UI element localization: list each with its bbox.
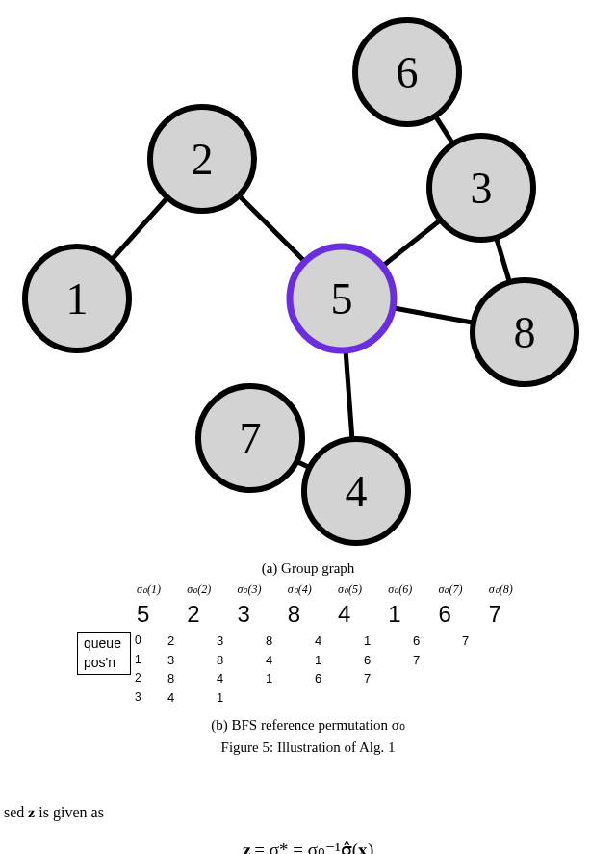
queue-label-line1: queue [84,634,124,654]
bfs-table: σ₀(1)σ₀(2)σ₀(3)σ₀(4)σ₀(5)σ₀(6)σ₀(7)σ₀(8)… [0,582,616,707]
figure-caption: Figure 5: Illustration of Alg. 1 [0,739,616,756]
queue-cell [490,632,539,651]
queue-cell [294,688,343,708]
queue-cell: 4 [294,632,343,651]
queue-row-index: 0 [135,632,146,651]
graph-node-label-8: 8 [514,308,536,357]
sigma-header-3: σ₀(3) [238,582,288,597]
queue-cell: 6 [294,669,343,688]
queue-cell: 6 [343,651,392,670]
queue-cell [441,669,490,688]
queue-cell: 3 [195,632,244,651]
queue-cell: 1 [294,651,343,670]
group-graph: 12345678 [0,0,616,558]
sigma-value-4: 8 [288,601,338,628]
body-text-snippet: sed 𝐳 is given as [0,804,616,821]
formula: 𝐳 = σ* = σ₀⁻¹σ̂(𝐱) [0,839,616,854]
caption-b: (b) BFS reference permutation σ₀ [0,716,616,734]
sigma-header-6: σ₀(6) [388,582,438,597]
queue-label-box: queue pos'n [77,632,131,675]
queue-cell: 7 [343,669,392,688]
queue-cell: 8 [244,632,294,651]
queue-row: 341 [135,688,539,708]
edge [382,220,440,267]
queue-cell [490,688,539,708]
queue-cell: 8 [146,669,195,688]
sigma-header-row: σ₀(1)σ₀(2)σ₀(3)σ₀(4)σ₀(5)σ₀(6)σ₀(7)σ₀(8) [137,582,539,597]
graph-node-label-7: 7 [240,414,262,463]
queue-cell [392,669,441,688]
sigma-value-row: 52384167 [137,601,539,628]
queue-cell: 4 [146,688,195,708]
queue-cell: 7 [441,632,490,651]
sigma-value-3: 3 [238,601,288,628]
queue-row: 02384167 [135,632,539,651]
sigma-header-8: σ₀(8) [489,582,539,597]
edge [435,116,453,143]
queue-cell [441,688,490,708]
sigma-value-8: 7 [489,601,539,628]
queue-cell [490,669,539,688]
queue-cell: 1 [195,688,244,708]
queue-cell: 2 [146,632,195,651]
queue-cell: 3 [146,651,195,670]
queue-cell: 6 [392,632,441,651]
queue-cell: 4 [244,651,294,670]
queue-cell: 7 [392,651,441,670]
queue-cell [343,688,392,708]
queue-section: queue pos'n 023841671384167284167341 [77,632,539,707]
edge [393,308,474,323]
graph-node-label-5: 5 [331,274,353,323]
caption-a: (a) Group graph [0,560,616,577]
edge [112,197,167,260]
graph-node-label-2: 2 [192,135,214,184]
queue-cell: 1 [343,632,392,651]
queue-row: 284167 [135,669,539,688]
queue-cell [490,651,539,670]
graph-node-label-4: 4 [346,467,368,516]
queue-row-index: 2 [135,669,146,688]
queue-cell: 8 [195,651,244,670]
queue-cell [392,688,441,708]
sigma-value-5: 4 [338,601,388,628]
queue-row: 1384167 [135,651,539,670]
queue-cell: 4 [195,669,244,688]
graph-node-label-1: 1 [66,274,89,323]
sigma-value-2: 2 [187,601,237,628]
graph-node-label-6: 6 [397,48,419,97]
sigma-value-1: 5 [137,601,187,628]
queue-cell [441,651,490,670]
sigma-value-6: 1 [388,601,438,628]
queue-cell: 1 [244,669,294,688]
queue-label-line2: pos'n [84,654,124,673]
queue-row-index: 1 [135,651,146,670]
graph-node-label-3: 3 [471,164,493,213]
queue-row-index: 3 [135,688,146,708]
edge [497,238,510,283]
sigma-header-4: σ₀(4) [288,582,338,597]
queue-cell [244,688,294,708]
queue-rows: 023841671384167284167341 [135,632,539,707]
sigma-header-1: σ₀(1) [137,582,187,597]
sigma-header-7: σ₀(7) [439,582,489,597]
sigma-header-5: σ₀(5) [338,582,388,597]
sigma-header-2: σ₀(2) [187,582,237,597]
edge [346,350,352,439]
edge [239,195,305,262]
sigma-value-7: 6 [439,601,489,628]
